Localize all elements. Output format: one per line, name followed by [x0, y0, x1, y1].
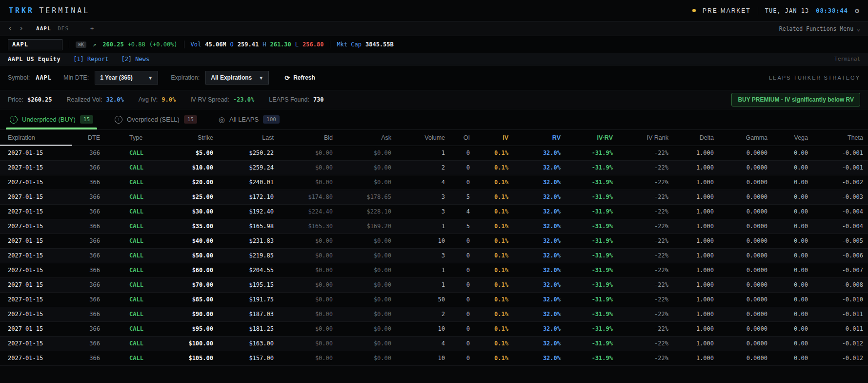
- cell-expiration: 2027-01-15: [0, 307, 73, 321]
- column-header-oi[interactable]: OI: [450, 130, 475, 146]
- column-header-volume[interactable]: Volume: [396, 130, 450, 146]
- cell-iv: 0.1%: [475, 292, 513, 307]
- cell-ask: $0.00: [338, 277, 396, 292]
- cell-vega: 0.00: [772, 175, 813, 190]
- cell-rv: 32.0%: [513, 204, 565, 219]
- cell-ask: $0.00: [338, 292, 396, 307]
- cell-expiration: 2027-01-15: [0, 248, 73, 263]
- table-row[interactable]: 2027-01-15366CALL$100.00$163.00$0.00$0.0…: [0, 336, 868, 351]
- tab-all-leaps[interactable]: ◎ All LEAPS 100: [217, 109, 282, 129]
- mktcap-label: Mkt Cap: [337, 41, 362, 48]
- min-dte-select[interactable]: 1 Year (365) ▼: [95, 71, 158, 85]
- cell-volume: 1: [396, 146, 450, 160]
- column-header-theta[interactable]: Theta: [813, 130, 868, 146]
- last-price: 260.25: [102, 41, 123, 48]
- cell-dte: 366: [73, 160, 105, 175]
- table-row[interactable]: 2027-01-15366CALL$20.00$240.01$0.00$0.00…: [0, 175, 868, 190]
- cell-type: CALL: [105, 307, 156, 321]
- cell-rv: 32.0%: [513, 175, 565, 190]
- cell-rv: 32.0%: [513, 336, 565, 351]
- cell-ivrank: -22%: [618, 146, 673, 160]
- cell-theta: -0.005: [813, 234, 868, 248]
- table-row[interactable]: 2027-01-15366CALL$30.00$192.40$224.40$22…: [0, 204, 868, 219]
- cell-dte: 366: [73, 219, 105, 234]
- table-row[interactable]: 2027-01-15366CALL$90.00$187.03$0.00$0.00…: [0, 307, 868, 321]
- avg-iv-label: Avg IV:: [139, 96, 158, 103]
- cell-iv: 0.1%: [475, 307, 513, 321]
- cell-iv: 0.1%: [475, 248, 513, 263]
- cell-strike: $50.00: [156, 248, 218, 263]
- strategy-title: LEAPS TURKER STRATEGY: [769, 75, 860, 81]
- cell-theta: -0.004: [813, 204, 868, 219]
- column-header-vega[interactable]: Vega: [772, 130, 813, 146]
- cell-delta: 1.000: [673, 277, 719, 292]
- divider: [330, 41, 330, 48]
- table-row[interactable]: 2027-01-15366CALL$40.00$231.83$0.00$0.00…: [0, 234, 868, 248]
- tab-underpriced-buy[interactable]: ↓ Underpriced (BUY) 15: [8, 109, 95, 129]
- cell-last: $172.10: [218, 190, 279, 204]
- tab-overpriced-sell[interactable]: ↑ Overpriced (SELL) 15: [113, 109, 199, 129]
- column-header-ivrank[interactable]: IV Rank: [618, 130, 673, 146]
- table-row[interactable]: 2027-01-15366CALL$50.00$219.85$0.00$0.00…: [0, 248, 868, 263]
- refresh-button[interactable]: ⟳ Refresh: [282, 74, 318, 82]
- table-row[interactable]: 2027-01-15366CALL$70.00$195.15$0.00$0.00…: [0, 277, 868, 292]
- column-header-iv[interactable]: IV: [475, 130, 513, 146]
- cell-ask: $0.00: [338, 234, 396, 248]
- table-row[interactable]: 2027-01-15366CALL$5.00$250.22$0.00$0.001…: [0, 146, 868, 160]
- related-functions-menu[interactable]: Related Functions Menu ⌄: [779, 25, 860, 32]
- column-header-ivrv[interactable]: IV-RV: [565, 130, 618, 146]
- cell-vega: 0.00: [772, 219, 813, 234]
- cell-ivrv: -31.9%: [565, 219, 618, 234]
- tab-aapl-des[interactable]: AAPL DES: [36, 25, 69, 32]
- table-row[interactable]: 2027-01-15366CALL$85.00$191.75$0.00$0.00…: [0, 292, 868, 307]
- expiration-select[interactable]: All Expirations ▼: [205, 71, 269, 85]
- cell-theta: -0.001: [813, 146, 868, 160]
- column-header-delta[interactable]: Delta: [673, 130, 719, 146]
- table-row[interactable]: 2027-01-15366CALL$60.00$204.55$0.00$0.00…: [0, 263, 868, 277]
- news-link[interactable]: [2] News: [121, 56, 149, 63]
- cell-vega: 0.00: [772, 321, 813, 336]
- cell-rv: 32.0%: [513, 190, 565, 204]
- cell-ivrv: -31.9%: [565, 307, 618, 321]
- column-header-rv[interactable]: RV: [513, 130, 565, 146]
- cell-strike: $90.00: [156, 307, 218, 321]
- horizontal-scrollbar-thumb[interactable]: [0, 145, 72, 146]
- cell-gamma: 0.0000: [719, 146, 772, 160]
- table-row[interactable]: 2027-01-15366CALL$10.00$259.24$0.00$0.00…: [0, 160, 868, 175]
- cell-delta: 1.000: [673, 263, 719, 277]
- cell-dte: 366: [73, 190, 105, 204]
- back-icon[interactable]: ‹: [8, 25, 12, 32]
- cell-ask: $0.00: [338, 263, 396, 277]
- table-row[interactable]: 2027-01-15366CALL$35.00$165.98$165.30$16…: [0, 219, 868, 234]
- cell-delta: 1.000: [673, 307, 719, 321]
- report-link[interactable]: [1] Report: [73, 56, 108, 63]
- column-header-dte[interactable]: DTE: [73, 130, 105, 146]
- cell-rv: 32.0%: [513, 160, 565, 175]
- column-header-ask[interactable]: Ask: [338, 130, 396, 146]
- cell-ivrank: -22%: [618, 307, 673, 321]
- cell-volume: 2: [396, 307, 450, 321]
- column-header-expiration[interactable]: Expiration: [0, 130, 73, 146]
- symbol-search-input[interactable]: [8, 39, 62, 50]
- function-bar: AAPL US Equity [1] Report [2] News Termi…: [0, 53, 868, 65]
- cell-rv: 32.0%: [513, 307, 565, 321]
- add-tab-button[interactable]: +: [90, 25, 94, 32]
- column-header-last[interactable]: Last: [218, 130, 279, 146]
- price-change: +0.88: [128, 41, 145, 48]
- buy-premium-signal-badge[interactable]: BUY PREMIUM - IV significantly below RV: [731, 93, 860, 106]
- table-row[interactable]: 2027-01-15366CALL$25.00$172.10$174.80$17…: [0, 190, 868, 204]
- cell-ivrank: -22%: [618, 234, 673, 248]
- column-header-bid[interactable]: Bid: [279, 130, 338, 146]
- high-value: 261.30: [270, 41, 291, 48]
- cell-dte: 366: [73, 292, 105, 307]
- table-row[interactable]: 2027-01-15366CALL$105.00$157.00$0.00$0.0…: [0, 351, 868, 365]
- column-header-gamma[interactable]: Gamma: [719, 130, 772, 146]
- column-header-type[interactable]: Type: [105, 130, 156, 146]
- forward-icon[interactable]: ›: [19, 25, 23, 32]
- cell-ask: $228.10: [338, 204, 396, 219]
- tab-symbol: AAPL: [36, 25, 51, 32]
- column-header-strike[interactable]: Strike: [156, 130, 218, 146]
- table-row[interactable]: 2027-01-15366CALL$95.00$181.25$0.00$0.00…: [0, 321, 868, 336]
- gear-icon[interactable]: ⚙: [855, 6, 859, 15]
- cell-oi: 0: [450, 146, 475, 160]
